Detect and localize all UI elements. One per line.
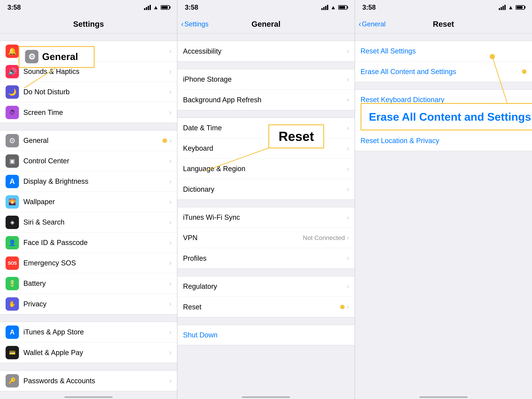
accessibility-label: Accessibility: [183, 47, 347, 55]
reset-location-label: Reset Location & Privacy: [361, 137, 526, 145]
language-label: Language & Region: [183, 165, 347, 173]
display-icon: A: [6, 175, 19, 188]
bottom-bar-2: [177, 397, 355, 399]
page-title-settings: Settings: [73, 20, 104, 29]
date-time-item[interactable]: Date & Time ›: [177, 118, 355, 138]
sounds-label: Sounds & Haptics: [23, 68, 169, 76]
nav-bar-1: Settings: [0, 15, 177, 33]
dnd-label: Do Not Disturb: [23, 88, 169, 96]
status-time-2: 3:58: [185, 4, 198, 11]
status-icons-2: ▲: [321, 4, 347, 11]
home-indicator-3: [419, 396, 468, 398]
list-item[interactable]: 🌄 Wallpaper ›: [0, 192, 177, 212]
keyboard-item[interactable]: Keyboard ›: [177, 138, 355, 159]
wallet-label: Wallet & Apple Pay: [23, 349, 169, 357]
background-refresh-item[interactable]: Background App Refresh ›: [177, 90, 355, 110]
reset-label: Reset: [183, 303, 340, 311]
general-item[interactable]: ⚙ General ›: [0, 130, 177, 151]
controlcenter-icon: ▣: [6, 154, 19, 168]
settings-section-3: A iTunes & App Store › 💳 Wallet & Apple …: [0, 322, 177, 363]
language-item[interactable]: Language & Region ›: [177, 159, 355, 179]
dictionary-item[interactable]: Dictionary ›: [177, 179, 355, 200]
background-refresh-label: Background App Refresh: [183, 96, 347, 104]
settings-panel: 3:58 ▲ Settings 🔔 Notifications ›: [0, 0, 177, 399]
reset-all-settings-item[interactable]: Reset All Settings: [355, 41, 532, 61]
wallet-icon: 💳: [6, 346, 19, 359]
erase-all-label: Erase All Content and Settings: [361, 68, 522, 76]
signal-icon-2: [321, 5, 328, 10]
siri-label: Siri & Search: [23, 218, 169, 226]
passwords-icon: 🔑: [6, 374, 19, 387]
accessibility-item[interactable]: Accessibility ›: [177, 41, 355, 61]
screentime-icon: ⏱: [6, 106, 19, 119]
list-item[interactable]: 🌙 Do Not Disturb ›: [0, 82, 177, 102]
list-item[interactable]: ▣ Control Center ›: [0, 151, 177, 171]
general-scroll[interactable]: Accessibility › iPhone Storage › Backgro…: [177, 33, 355, 397]
iphone-storage-item[interactable]: iPhone Storage ›: [177, 69, 355, 90]
list-item[interactable]: ⏱ Screen Time ›: [0, 102, 177, 123]
page-title-general: General: [251, 20, 280, 29]
vpn-label: VPN: [183, 234, 303, 242]
vpn-item[interactable]: VPN Not Connected ›: [177, 228, 355, 248]
nav-bar-3: ‹ General Reset: [355, 15, 532, 33]
list-item[interactable]: 💳 Wallet & Apple Pay ›: [0, 342, 177, 363]
profiles-item[interactable]: Profiles ›: [177, 248, 355, 269]
list-item[interactable]: 🔊 Sounds & Haptics ›: [0, 61, 177, 82]
page-title-reset: Reset: [433, 20, 454, 29]
signal-icon-3: [499, 5, 506, 10]
home-indicator-1: [64, 396, 113, 398]
list-item[interactable]: A Display & Brightness ›: [0, 171, 177, 192]
privacy-icon: ✋: [6, 297, 19, 311]
list-item[interactable]: 🔔 Notifications ›: [0, 41, 177, 61]
battery-icon-3: [516, 5, 525, 10]
settings-scroll[interactable]: 🔔 Notifications › 🔊 Sounds & Haptics › 🌙…: [0, 33, 177, 397]
privacy-label: Privacy: [23, 300, 169, 308]
settings-section-1: 🔔 Notifications › 🔊 Sounds & Haptics › 🌙…: [0, 41, 177, 123]
list-item[interactable]: 🔋 Battery ›: [0, 273, 177, 294]
itunes-sync-item[interactable]: iTunes Wi-Fi Sync ›: [177, 207, 355, 228]
faceid-icon: 👤: [6, 236, 19, 249]
siri-icon: ◈: [6, 216, 19, 229]
reset-all-settings-label: Reset All Settings: [361, 47, 526, 55]
list-item[interactable]: A iTunes & App Store ›: [0, 322, 177, 342]
list-item[interactable]: 🔑 Passwords & Accounts ›: [0, 371, 177, 391]
list-item[interactable]: SOS Emergency SOS ›: [0, 253, 177, 273]
general-panel: 3:58 ▲ ‹ Settings General Accessibi: [177, 0, 355, 399]
erase-annotation-box: Erase All Content and Settings: [361, 103, 532, 130]
erase-all-item[interactable]: Erase All Content and Settings: [355, 61, 532, 82]
wallpaper-label: Wallpaper: [23, 198, 169, 206]
list-item[interactable]: 👤 Face ID & Passcode ›: [0, 233, 177, 253]
reset-location-item[interactable]: Reset Location & Privacy: [355, 130, 532, 151]
notifications-label: Notifications: [23, 47, 169, 55]
shutdown-item[interactable]: Shut Down: [177, 325, 355, 345]
controlcenter-label: Control Center: [23, 157, 169, 165]
back-button-general[interactable]: ‹ Settings: [181, 20, 208, 28]
itunes-icon: A: [6, 325, 19, 339]
reset-panel: 3:58 ▲ ‹ General Reset Reset All Setting: [355, 0, 532, 399]
sos-icon: SOS: [6, 256, 19, 270]
reset-scroll[interactable]: Reset All Settings Erase All Content and…: [355, 33, 532, 397]
regulatory-item[interactable]: Regulatory ›: [177, 276, 355, 297]
list-item[interactable]: ◈ Siri & Search ›: [0, 212, 177, 233]
reset-item[interactable]: Reset ›: [177, 297, 355, 317]
dictionary-label: Dictionary: [183, 185, 347, 193]
general-section-4: iTunes Wi-Fi Sync › VPN Not Connected › …: [177, 207, 355, 269]
back-chevron-icon: ‹: [181, 20, 184, 28]
general-icon: ⚙: [6, 134, 19, 147]
shutdown-label: Shut Down: [183, 331, 217, 339]
dnd-icon: 🌙: [6, 85, 19, 99]
back-label-settings: Settings: [184, 20, 209, 28]
passwords-label: Passwords & Accounts: [23, 377, 169, 385]
settings-section-2: ⚙ General › ▣ Control Center › A Display…: [0, 130, 177, 314]
status-icons-3: ▲: [499, 4, 525, 11]
back-button-reset[interactable]: ‹ General: [359, 20, 386, 28]
display-label: Display & Brightness: [23, 177, 169, 185]
erase-dot: [522, 70, 526, 74]
status-time-3: 3:58: [362, 4, 376, 11]
sos-label: Emergency SOS: [23, 259, 169, 267]
status-time-1: 3:58: [7, 4, 21, 11]
itunes-label: iTunes & App Store: [23, 328, 169, 336]
list-item[interactable]: ✋ Privacy ›: [0, 294, 177, 314]
screentime-label: Screen Time: [23, 108, 169, 117]
settings-section-4: 🔑 Passwords & Accounts ›: [0, 370, 177, 391]
